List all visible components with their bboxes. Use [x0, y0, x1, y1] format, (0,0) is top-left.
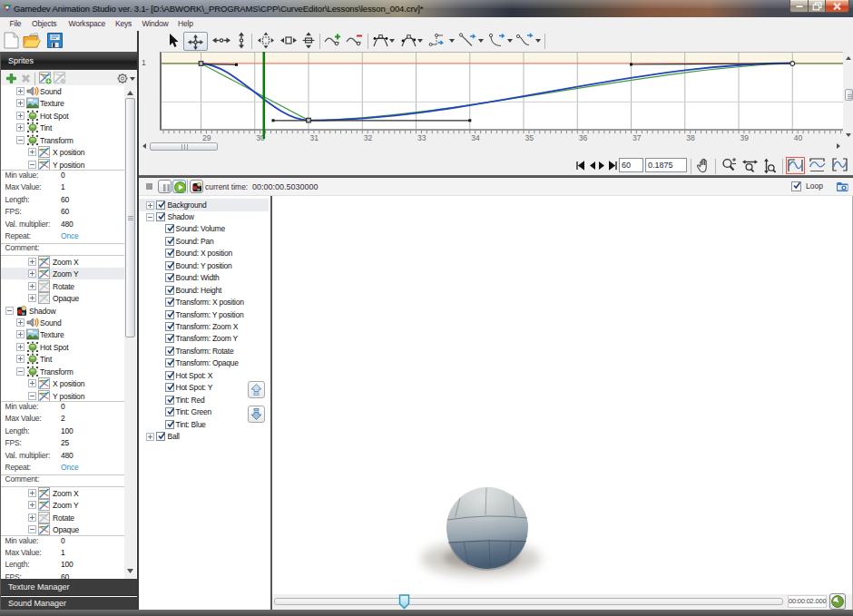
- menu-objects[interactable]: Objects: [32, 19, 56, 28]
- prev-frame-button[interactable]: [589, 161, 595, 171]
- remove-curve-button[interactable]: [54, 72, 67, 85]
- sprites-tree-scrollbar[interactable]: [124, 87, 136, 579]
- track-label[interactable]: Background: [168, 200, 207, 211]
- render-sprite-button[interactable]: [190, 180, 203, 193]
- clock-button[interactable]: [829, 593, 846, 610]
- sprites-tree-row[interactable]: Tint: [1, 353, 124, 366]
- collapse-icon[interactable]: [146, 213, 154, 221]
- timeline-tree-row[interactable]: Ball: [139, 431, 270, 443]
- tree-item-label[interactable]: Zoom X: [53, 256, 79, 269]
- delete-sprite-button[interactable]: [20, 73, 32, 84]
- view-fit-value-button[interactable]: [786, 157, 805, 174]
- close-button[interactable]: [825, 0, 849, 13]
- expand-icon[interactable]: [146, 433, 154, 441]
- scrollbar-arrow[interactable]: [127, 91, 133, 95]
- view-fit-all-button[interactable]: [831, 157, 850, 174]
- track-label[interactable]: Shadow: [168, 211, 194, 223]
- track-label[interactable]: Bound: Height: [176, 285, 222, 297]
- tree-item-label[interactable]: X position: [53, 146, 84, 159]
- track-label[interactable]: Hot Spot: X: [176, 370, 213, 382]
- sprites-panel-header[interactable]: Sprites: [0, 52, 137, 70]
- track-checkbox[interactable]: [165, 249, 174, 258]
- end-time-display[interactable]: 00:00:02.000: [788, 595, 827, 608]
- sprites-tree-row[interactable]: Transform: [1, 366, 124, 378]
- dropdown-caret-icon[interactable]: [389, 39, 395, 43]
- tree-item-label[interactable]: Y position: [53, 159, 84, 171]
- go-last-button[interactable]: [609, 161, 617, 171]
- track-label[interactable]: Sound: Pan: [176, 236, 214, 248]
- broken-tangent-button[interactable]: [400, 32, 417, 51]
- track-checkbox[interactable]: [165, 237, 174, 246]
- track-checkbox[interactable]: [165, 358, 174, 367]
- zoom-vertical-button[interactable]: [763, 158, 776, 174]
- plot-vertical-scrollbar[interactable]: [844, 52, 853, 141]
- track-label[interactable]: Tint: Green: [176, 406, 211, 418]
- timeline-tree-row[interactable]: Transform: Zoom Y: [139, 333, 270, 345]
- track-label[interactable]: Transform: Rotate: [176, 346, 234, 357]
- scrollbar-thumb[interactable]: [125, 98, 135, 337]
- expand-icon[interactable]: [28, 501, 36, 509]
- snapshot-button[interactable]: [836, 181, 848, 192]
- sprites-tree-row[interactable]: Sound: [1, 85, 124, 98]
- sprites-tree-row[interactable]: X position: [1, 377, 124, 390]
- track-label[interactable]: Transform: Zoom Y: [176, 333, 239, 345]
- expand-icon[interactable]: [28, 513, 36, 522]
- track-label[interactable]: Tint: Blue: [176, 419, 206, 431]
- view-fit-range-button[interactable]: [809, 157, 828, 174]
- tree-item-label[interactable]: Opaque: [53, 523, 79, 536]
- move-vertical-button[interactable]: [235, 32, 248, 51]
- collapse-icon[interactable]: [16, 136, 25, 144]
- pan-tool-button[interactable]: [696, 158, 710, 173]
- timeline-tree-row[interactable]: Transform: Opaque: [139, 357, 270, 369]
- save-button[interactable]: [46, 32, 64, 49]
- track-label[interactable]: Transform: Y position: [176, 309, 244, 321]
- next-frame-button[interactable]: [599, 161, 605, 171]
- track-checkbox[interactable]: [165, 347, 174, 356]
- go-first-button[interactable]: [576, 161, 584, 171]
- move-up-button[interactable]: [248, 381, 265, 398]
- plot-horizontal-scrollbar[interactable]: [139, 142, 853, 152]
- sound-manager-panel[interactable]: Sound Manager: [0, 597, 137, 611]
- collapse-icon[interactable]: [28, 161, 36, 169]
- tree-item-label[interactable]: Texture: [40, 97, 64, 110]
- sprites-tree-row[interactable]: X position: [1, 146, 124, 159]
- tree-item-label[interactable]: Tint: [40, 122, 52, 134]
- tree-item-label[interactable]: Hot Spot: [40, 341, 68, 354]
- menu-help[interactable]: Help: [178, 19, 193, 28]
- tree-item-label[interactable]: Transform: [40, 366, 74, 378]
- tree-item-label[interactable]: Texture: [40, 328, 64, 341]
- timeline-tree-row[interactable]: Bound: Width: [139, 272, 270, 284]
- sprites-tree-row[interactable]: Zoom Y: [1, 268, 124, 280]
- track-checkbox[interactable]: [165, 322, 174, 331]
- sprites-tree-row[interactable]: Zoom Y: [1, 499, 124, 512]
- track-label[interactable]: Transform: Zoom X: [176, 321, 239, 333]
- texture-manager-panel[interactable]: Texture Manager: [0, 579, 137, 596]
- tree-item-label[interactable]: Rotate: [53, 280, 74, 293]
- expand-icon[interactable]: [28, 148, 36, 156]
- track-label[interactable]: Bound: Width: [176, 272, 220, 284]
- collapse-icon[interactable]: [5, 307, 14, 315]
- add-curve-button[interactable]: [39, 72, 53, 85]
- track-label[interactable]: Transform: Opaque: [176, 357, 239, 369]
- sprites-tree-row[interactable]: Shadow: [1, 305, 124, 318]
- scrollbar-arrow[interactable]: [127, 569, 133, 573]
- expand-icon[interactable]: [28, 269, 36, 278]
- menu-keys[interactable]: Keys: [115, 19, 132, 28]
- sprites-tree-row[interactable]: Y position: [1, 390, 124, 403]
- expand-icon[interactable]: [28, 379, 36, 387]
- timeline-tree-row[interactable]: Bound: Y position: [139, 260, 270, 272]
- plot-vscroll-thumb[interactable]: [845, 89, 853, 101]
- move-tool-button[interactable]: [183, 32, 208, 51]
- maximize-button[interactable]: [808, 0, 826, 13]
- timeline-tree-row[interactable]: Background: [139, 200, 270, 211]
- value-input[interactable]: 0.1875: [645, 158, 687, 172]
- loop-checkbox[interactable]: [791, 181, 801, 191]
- sprites-tree-row[interactable]: Transform: [1, 134, 124, 147]
- loop-label[interactable]: Loop: [806, 181, 823, 191]
- expand-icon[interactable]: [16, 112, 25, 120]
- track-checkbox[interactable]: [165, 261, 174, 270]
- new-file-button[interactable]: [4, 32, 19, 49]
- tree-item-label[interactable]: X position: [53, 377, 84, 390]
- step-interp-button[interactable]: [428, 32, 448, 51]
- tree-item-label[interactable]: Zoom X: [53, 487, 79, 500]
